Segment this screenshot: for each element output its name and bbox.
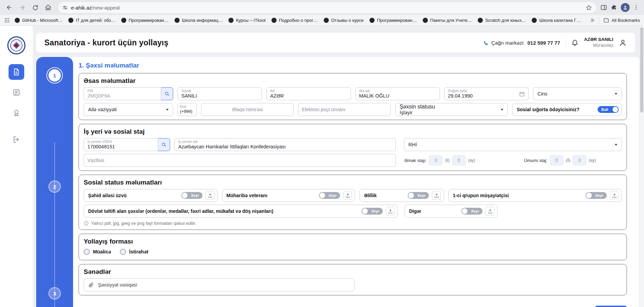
basic-row-2: Ailə vəziyyəti Kod (+994) Əlaqə nömrəsi … (84, 103, 622, 116)
file-format-note: Yalnız pdf, jpg, jpeg və png fayl format… (84, 221, 622, 226)
side-panel-icon[interactable] (600, 4, 607, 11)
page-scrollbar[interactable] (639, 26, 644, 307)
soyad-field[interactable]: Soyad SANILI (178, 87, 262, 100)
identity-document-upload[interactable]: Şəxsiyyət vəsiqəsi (84, 278, 354, 291)
toggle-label: Xeyr (371, 209, 379, 213)
all-bookmarks-label: All Bookmarks (612, 18, 640, 23)
rhi-select[interactable]: RHİ (404, 138, 622, 151)
next-button[interactable]: Növbəti (595, 306, 627, 307)
dob-field[interactable]: Doğum tarixi 29.04.1990 (444, 87, 529, 100)
upload-button[interactable] (386, 207, 395, 216)
ad-field[interactable]: Ad AZƏR (266, 87, 351, 100)
upload-button[interactable] (486, 207, 494, 216)
site-info-icon[interactable] (62, 5, 68, 11)
forward-button[interactable] (16, 2, 28, 13)
shexsin-statusu-select[interactable]: Şəxsin statusu İşləyir (395, 103, 508, 116)
bell-icon[interactable] (571, 39, 578, 46)
emek-staji-il-input[interactable]: 0 (429, 155, 443, 165)
apps-grid-icon[interactable] (4, 17, 10, 23)
user-icon[interactable] (619, 39, 627, 47)
bookmarks-separator (599, 17, 599, 24)
ata-adi-field[interactable]: Ata adı MALİK OĞLU (355, 87, 440, 100)
user-block: AZƏR SANILI Müraciətçi (584, 37, 613, 48)
home-button[interactable] (42, 2, 54, 13)
il-suffix: (il) (566, 158, 570, 163)
extensions-icon[interactable] (611, 4, 617, 11)
toggle-knob (613, 107, 618, 112)
kod-field[interactable]: Kod (+994) (178, 103, 197, 116)
social-status-toggle[interactable]: Xeyr (461, 208, 482, 215)
bookmark-item[interactable]: Школа капитана Г… (532, 18, 581, 23)
emek-staji-ay-input[interactable]: 0 (452, 155, 466, 165)
upload-button[interactable] (206, 191, 214, 200)
search-icon (161, 142, 167, 147)
bookmark-item[interactable]: Отзывы о курсе (324, 18, 364, 23)
menu-icon[interactable] (633, 4, 639, 11)
umumi-staj-ay-input[interactable]: 0 (573, 155, 586, 165)
social-status-toggle[interactable]: Xeyr (586, 192, 607, 199)
emek-staji-group: Əmək stajı: 0 (il) 0 (ay) (404, 155, 475, 165)
bookmark-label: Пакеты для Учите… (430, 18, 472, 23)
bookmark-item[interactable]: Пакеты для Учите… (423, 18, 472, 23)
social-status-toggle[interactable]: Xeyr (181, 192, 202, 199)
social-status-toggle[interactable]: Xeyr (408, 192, 429, 199)
calendar-icon[interactable] (519, 91, 525, 97)
voen-field[interactable]: İş yerinin VÖEN 1700048151 (84, 138, 158, 151)
referral-form-title: Yollayış forması (84, 238, 622, 245)
upload-button[interactable] (610, 191, 619, 200)
sigorta-toggle-label: Bəli (601, 107, 608, 112)
voen-search-button[interactable] (158, 138, 170, 151)
sidebar-item-appeals[interactable] (9, 85, 24, 100)
email-field[interactable]: Elektron poçt ünvanı (298, 103, 391, 116)
aile-veziyyeti-select[interactable]: Ailə vəziyyəti (84, 103, 173, 116)
bookmark-item[interactable]: GitHub - Microsoft… (15, 18, 62, 23)
sidebar-item-benefits[interactable] (9, 105, 24, 121)
fin-search-button[interactable] (161, 87, 173, 100)
page-title: Sanatoriya - kurort üçün yollayış (44, 38, 168, 47)
bookmark-item[interactable]: Программирован… (121, 18, 169, 23)
fin-field[interactable]: FİN 2MQ0P9A (84, 87, 161, 100)
sidebar-item-new-appeal[interactable] (9, 64, 24, 80)
sidebar-item-logout[interactable] (9, 132, 24, 147)
address-bar[interactable]: e-ahik.az/new-appeal (58, 2, 596, 13)
fin-group: FİN 2MQ0P9A (84, 87, 173, 100)
umumi-staj-il-input[interactable]: 0 (550, 155, 563, 165)
step-2[interactable]: 2 (48, 180, 61, 193)
bookmark-star-icon[interactable] (586, 4, 592, 11)
upload-icon (612, 193, 617, 198)
all-bookmarks-button[interactable]: All Bookmarks (603, 17, 640, 23)
bookmark-item[interactable]: Подробно о прог… (271, 18, 318, 23)
back-button[interactable] (3, 2, 15, 13)
social-status-toggle[interactable]: Xeyr (362, 208, 383, 215)
stepper-line (54, 142, 55, 307)
bookmark-item[interactable]: Курсы – ITkool (228, 18, 266, 23)
radio-istirahet[interactable]: İstirahət (120, 249, 148, 255)
step-3[interactable]: 3 (48, 287, 61, 299)
cins-select[interactable]: Cins (533, 87, 622, 100)
bookmarks-overflow-icon[interactable] (590, 18, 595, 23)
sigorta-question: Sosial sığorta ödəyicisiniz? (517, 107, 594, 112)
profile-avatar[interactable] (621, 3, 630, 12)
appeals-icon (12, 88, 20, 97)
bookmark-favicon (369, 18, 375, 23)
bookmark-item[interactable]: IT для детей: обз… (68, 18, 115, 23)
bookmark-favicon (271, 18, 277, 23)
vezife-field[interactable]: Vəzifəsi (84, 154, 396, 167)
social-status-toggle[interactable]: Xeyr (319, 192, 340, 199)
sigorta-toggle[interactable]: Bəli (598, 106, 619, 113)
reload-button[interactable] (29, 2, 41, 13)
upload-button[interactable] (432, 191, 441, 200)
bookmark-item[interactable]: Программирован… (369, 18, 417, 23)
kod-value: (+994) (180, 109, 194, 115)
upload-button[interactable] (343, 191, 352, 200)
bookmark-item[interactable]: Школа информац… (174, 18, 223, 23)
logout-icon (12, 135, 20, 144)
bookmark-item[interactable]: Scratch для юных… (478, 18, 526, 23)
phone-number-field[interactable]: Əlaqə nömrəsi (201, 103, 294, 116)
radio-mualice[interactable]: Müalicə (84, 249, 111, 255)
bookmark-label: Программирован… (377, 18, 417, 23)
dob-value: 29.04.1990 (448, 93, 473, 99)
step-1[interactable]: 1 (46, 67, 63, 84)
scrollbar-thumb[interactable] (640, 27, 643, 113)
workplace-name-field[interactable]: İş yerinin adı Azərbaycan Həmkarlar İtti… (174, 138, 396, 151)
